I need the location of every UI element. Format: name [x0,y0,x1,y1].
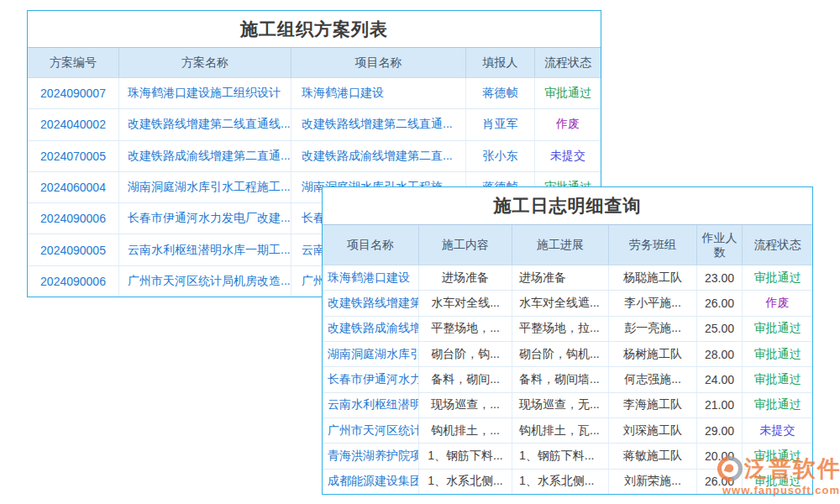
cell-reporter[interactable]: 蒋德帧 [466,78,535,108]
cell-content: 砌台阶，钩... [419,342,512,366]
plan-table-header: 方案编号方案名称项目名称填报人流程状态 [28,47,601,78]
cell-progress: 进场准备 [512,265,609,290]
cell-team: 李小平施... [609,291,697,315]
column-header: 作业人数 [697,225,743,265]
cell-status: 未提交 [535,141,601,171]
table-row[interactable]: 2024040002改建铁路线增建第二线直通线...改建铁路线增建第二线直通..… [28,109,601,140]
cell-status: 审批通过 [743,393,812,417]
table-row[interactable]: 2024090007珠海鹤港口建设施工组织设计珠海鹤港口建设蒋德帧审批通过 [28,78,601,109]
cell-id[interactable]: 2024090006 [28,203,119,234]
cell-id[interactable]: 2024090005 [28,234,119,265]
cell-status: 审批通过 [743,317,812,341]
cell-team: 刘新荣施... [609,470,697,494]
log-query-title: 施工日志明细查询 [323,187,812,224]
log-table-header: 项目名称施工内容施工进展劳务班组作业人数流程状态 [323,224,812,265]
cell-status: 审批通过 [743,444,812,468]
cell-workers: 26.00 [697,291,743,315]
cell-id[interactable]: 2024060004 [28,172,119,202]
cell-name[interactable]: 改建铁路线增建第二线直通线... [119,109,291,139]
cell-name[interactable]: 长春市伊通河水力发电厂改建... [119,203,291,234]
cell-status: 未提交 [743,418,812,443]
table-row[interactable]: 广州市天河区统计局机房钩机排土，...钩机排土，瓦...刘琛施工队29.00未提… [323,418,812,444]
cell-name[interactable]: 珠海鹤港口建设施工组织设计 [119,78,291,108]
cell-progress: 现场巡查，无... [512,393,609,417]
log-query-window: 施工日志明细查询 项目名称施工内容施工进展劳务班组作业人数流程状态 珠海鹤港口建… [322,186,813,495]
cell-name[interactable]: 改建铁路成渝线增建第二直通... [119,141,291,171]
cell-project[interactable]: 广州市天河区统计局机房 [323,418,419,443]
column-header: 方案编号 [28,48,119,77]
cell-status: 审批通过 [743,367,812,391]
cell-status: 审批通过 [743,342,812,366]
cell-content: 平整场地，... [419,317,512,341]
cell-project[interactable]: 改建铁路线增建第二线直通... [291,109,466,139]
cell-project[interactable]: 云南水利枢纽潜明水库 [323,393,419,417]
cell-progress: 1、水系北侧... [512,470,609,494]
cell-progress: 1、钢筋下料... [512,444,609,468]
cell-reporter[interactable]: 肖亚军 [466,109,535,139]
cell-workers: 21.00 [697,393,743,417]
cell-status: 作废 [535,109,601,139]
column-header: 施工进展 [512,225,609,265]
cell-project[interactable]: 成都能源建设集团 [323,470,419,494]
cell-status: 审批通过 [743,265,812,290]
cell-progress: 备料，砌间墙... [512,367,609,391]
column-header: 方案名称 [119,48,291,77]
table-row[interactable]: 青海洪湖养护院项目1、钢筋下料...1、钢筋下料...蒋敏施工队20.00审批通… [323,444,812,469]
cell-content: 进场准备 [419,265,512,290]
cell-progress: 钩机排土，瓦... [512,418,609,443]
column-header: 填报人 [466,48,535,77]
column-header: 施工内容 [419,225,512,265]
table-row[interactable]: 珠海鹤港口建设进场准备进场准备杨聪施工队23.00审批通过 [323,265,812,291]
column-header: 流程状态 [535,48,601,77]
cell-id[interactable]: 2024070005 [28,141,119,171]
plan-list-title: 施工组织方案列表 [28,11,601,47]
cell-project[interactable]: 改建铁路线增建第二线直通线 [323,291,419,315]
table-row[interactable]: 成都能源建设集团1、水系北侧...1、水系北侧...刘新荣施...26.00审批… [323,470,812,494]
cell-content: 水车对全线... [419,291,512,315]
cell-team: 彭一亮施... [609,317,697,341]
cell-content: 现场巡查，... [419,393,512,417]
cell-project[interactable]: 改建铁路成渝线增建第二直通 [323,317,419,341]
column-header: 项目名称 [323,225,419,265]
cell-workers: 28.00 [697,342,743,366]
cell-id[interactable]: 2024090007 [28,78,119,108]
cell-workers: 29.00 [697,418,743,443]
cell-team: 李海施工队 [609,393,697,417]
table-row[interactable]: 改建铁路线增建第二线直通线水车对全线...水车对全线遮...李小平施...26.… [323,291,812,316]
cell-status: 审批通过 [535,78,601,108]
cell-workers: 24.00 [697,367,743,391]
cell-project[interactable]: 青海洪湖养护院项目 [323,444,419,468]
cell-name[interactable]: 云南水利枢纽潜明水库一期工... [119,234,291,265]
cell-id[interactable]: 2024040002 [28,109,119,139]
table-row[interactable]: 云南水利枢纽潜明水库现场巡查，...现场巡查，无...李海施工队21.00审批通… [323,393,812,418]
cell-workers: 23.00 [697,265,743,290]
cell-project[interactable]: 改建铁路成渝线增建第二直... [291,141,466,171]
column-header: 劳务班组 [609,225,697,265]
cell-project[interactable]: 珠海鹤港口建设 [291,78,466,108]
table-row[interactable]: 改建铁路成渝线增建第二直通平整场地，...平整场地，拉...彭一亮施...25.… [323,317,812,342]
cell-id[interactable]: 2024090006 [28,266,119,297]
cell-content: 钩机排土，... [419,418,512,443]
cell-name[interactable]: 广州市天河区统计局机房改造... [119,266,291,297]
table-row[interactable]: 长春市伊通河水力发电厂备料，砌间...备料，砌间墙...何志强施...24.00… [323,367,812,392]
cell-team: 杨树施工队 [609,342,697,366]
cell-progress: 砌台阶，钩机... [512,342,609,366]
column-header: 流程状态 [743,225,812,265]
table-row[interactable]: 湖南洞庭湖水库引水工程砌台阶，钩...砌台阶，钩机...杨树施工队28.00审批… [323,342,812,367]
cell-team: 杨聪施工队 [609,265,697,290]
cell-reporter[interactable]: 张小东 [466,141,535,171]
cell-project[interactable]: 湖南洞庭湖水库引水工程 [323,342,419,366]
table-row[interactable]: 2024070005改建铁路成渝线增建第二直通...改建铁路成渝线增建第二直..… [28,141,601,172]
cell-content: 1、钢筋下料... [419,444,512,468]
cell-workers: 25.00 [697,317,743,341]
cell-team: 刘琛施工队 [609,418,697,443]
cell-project[interactable]: 长春市伊通河水力发电厂 [323,367,419,391]
column-header: 项目名称 [291,48,466,77]
cell-project[interactable]: 珠海鹤港口建设 [323,265,419,290]
cell-team: 蒋敏施工队 [609,444,697,468]
cell-workers: 26.00 [697,470,743,494]
cell-status: 作废 [743,291,812,315]
cell-content: 备料，砌间... [419,367,512,391]
log-table-body: 珠海鹤港口建设进场准备进场准备杨聪施工队23.00审批通过改建铁路线增建第二线直… [323,265,812,494]
cell-name[interactable]: 湖南洞庭湖水库引水工程施工... [119,172,291,202]
